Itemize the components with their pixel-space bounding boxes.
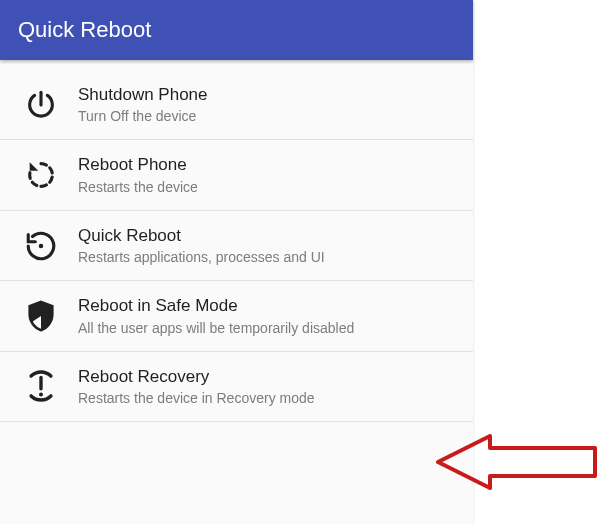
item-reboot-recovery[interactable]: Reboot Recovery Restarts the device in R… [0,352,473,422]
app-bar: Quick Reboot [0,0,473,60]
shield-icon [24,299,58,333]
item-text: Shutdown Phone Turn Off the device [78,84,457,125]
item-title: Shutdown Phone [78,84,457,105]
app-title: Quick Reboot [18,17,151,43]
item-title: Reboot Recovery [78,366,457,387]
item-subtitle: All the user apps will be temporarily di… [78,319,457,337]
item-subtitle: Turn Off the device [78,107,457,125]
item-shutdown-phone[interactable]: Shutdown Phone Turn Off the device [0,70,473,140]
item-title: Quick Reboot [78,225,457,246]
power-icon [24,88,58,122]
item-subtitle: Restarts the device [78,178,457,196]
svg-point-0 [39,243,44,248]
restart-icon [24,158,58,192]
recovery-icon [24,369,58,403]
item-title: Reboot Phone [78,154,457,175]
item-subtitle: Restarts the device in Recovery mode [78,389,457,407]
item-quick-reboot[interactable]: Quick Reboot Restarts applications, proc… [0,211,473,281]
item-title: Reboot in Safe Mode [78,295,457,316]
item-text: Quick Reboot Restarts applications, proc… [78,225,457,266]
history-icon [24,229,58,263]
item-text: Reboot Recovery Restarts the device in R… [78,366,457,407]
item-text: Reboot in Safe Mode All the user apps wi… [78,295,457,336]
item-reboot-phone[interactable]: Reboot Phone Restarts the device [0,140,473,210]
app-frame: Quick Reboot Shutdown Phone Turn Off the… [0,0,473,524]
item-text: Reboot Phone Restarts the device [78,154,457,195]
item-safe-mode[interactable]: Reboot in Safe Mode All the user apps wi… [0,281,473,351]
option-list: Shutdown Phone Turn Off the device Reboo… [0,60,473,422]
item-subtitle: Restarts applications, processes and UI [78,248,457,266]
svg-point-2 [39,393,43,397]
